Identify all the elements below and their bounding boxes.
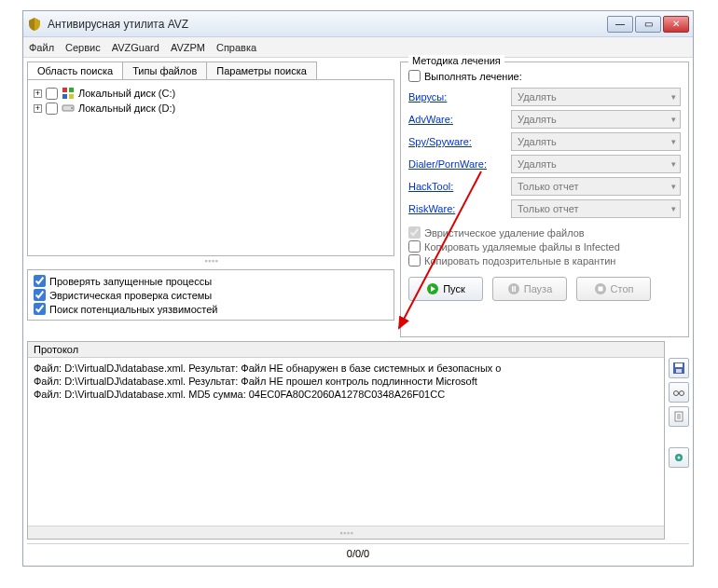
minimize-button[interactable]: — [607, 16, 633, 33]
tab-params[interactable]: Параметры поиска [206, 62, 317, 79]
page-icon [672, 410, 685, 423]
select-riskware[interactable]: Только отчет [511, 199, 681, 218]
svg-rect-3 [69, 94, 74, 99]
treat-dialer[interactable]: Dialer/PornWare: [408, 158, 505, 170]
svg-rect-14 [676, 369, 682, 373]
glasses-button[interactable] [669, 382, 689, 403]
menu-bar: Файл Сервис AVZGuard AVZPM Справка [23, 37, 693, 58]
check-enable-treatment[interactable]: Выполнять лечение: [408, 70, 681, 82]
pause-button[interactable]: Пауза [492, 277, 567, 301]
treat-riskware[interactable]: RiskWare: [408, 203, 505, 214]
select-hacktool[interactable]: Только отчет [511, 177, 681, 196]
gear-icon [672, 451, 685, 464]
check-copy-infected[interactable]: Копировать удаляемые файлы в Infected [408, 239, 681, 253]
protocol-log[interactable]: Файл: D:\VirtualDJ\database.xml. Результ… [28, 358, 664, 526]
treat-advware[interactable]: AdvWare: [408, 114, 505, 125]
glasses-icon [672, 386, 685, 399]
select-advware[interactable]: Удалять [511, 110, 681, 129]
select-spyware[interactable]: Удалять [511, 132, 681, 151]
treatment-legend: Методика лечения [408, 55, 504, 66]
maximize-button[interactable]: ▭ [635, 16, 661, 33]
tree-expand-icon[interactable]: + [34, 89, 42, 98]
clear-log-button[interactable] [669, 406, 689, 427]
check-heuristic[interactable]: Эвристическая проверка системы [34, 288, 388, 302]
svg-rect-9 [514, 286, 516, 292]
menu-service[interactable]: Сервис [65, 42, 101, 53]
drive-row: + Локальный диск (C:) [34, 86, 388, 101]
splitter[interactable]: ▪ ▪ ▪ ▪ [27, 256, 394, 266]
drive-checkbox[interactable] [46, 103, 58, 115]
treat-virus[interactable]: Вирусы: [408, 91, 505, 103]
stop-button[interactable]: Стоп [576, 277, 651, 301]
check-heur-delete[interactable]: Эвристическое удаление файлов [408, 226, 681, 239]
check-vuln[interactable]: Поиск потенциальных уязвимостей [34, 302, 388, 316]
svg-rect-2 [62, 94, 67, 99]
log-line: Файл: D:\VirtualDJ\database.xml. Результ… [34, 375, 658, 388]
log-line: Файл: D:\VirtualDJ\database.xml. MD5 сум… [34, 388, 658, 401]
hdd-icon [62, 102, 75, 115]
drive-row: + Локальный диск (D:) [34, 101, 388, 116]
drive-tree: + Локальный диск (C:) + Локальный диск (… [27, 79, 394, 256]
svg-rect-11 [598, 287, 602, 292]
treatment-group: Методика лечения Выполнять лечение: Виру… [400, 62, 689, 337]
check-processes[interactable]: Проверять запущенные процессы [34, 274, 388, 288]
select-virus[interactable]: Удалять [511, 88, 681, 106]
svg-rect-13 [675, 363, 683, 367]
app-icon [27, 17, 42, 32]
play-icon [426, 282, 439, 295]
svg-rect-0 [62, 88, 67, 92]
svg-point-7 [508, 283, 519, 294]
extra-button[interactable] [669, 447, 689, 468]
menu-help[interactable]: Справка [216, 42, 256, 53]
log-line: Файл: D:\VirtualDJ\database.xml. Результ… [34, 362, 658, 375]
check-copy-quarantine[interactable]: Копировать подозрительные в карантин [408, 253, 681, 267]
save-log-button[interactable] [669, 358, 689, 378]
pause-icon [507, 282, 520, 295]
menu-avzguard[interactable]: AVZGuard [112, 42, 159, 53]
menu-avzpm[interactable]: AVZPM [171, 42, 205, 53]
svg-rect-1 [69, 88, 74, 92]
window-title: Антивирусная утилита AVZ [48, 18, 607, 31]
status-counter: 0/0/0 [347, 548, 369, 559]
protocol-toolbar [669, 341, 689, 540]
drive-color-icon [62, 87, 75, 100]
tab-bar: Область поиска Типы файлов Параметры пои… [27, 62, 394, 79]
treat-spyware[interactable]: Spy/Spyware: [408, 136, 505, 147]
select-dialer[interactable]: Удалять [511, 155, 681, 173]
svg-point-19 [678, 457, 681, 459]
menu-file[interactable]: Файл [29, 42, 54, 53]
tab-types[interactable]: Типы файлов [122, 62, 207, 79]
close-button[interactable]: ✕ [663, 16, 689, 33]
tab-scope[interactable]: Область поиска [27, 62, 123, 79]
drive-label: Локальный диск (C:) [78, 88, 175, 99]
scan-options: Проверять запущенные процессы Эвристичес… [27, 269, 394, 321]
titlebar: Антивирусная утилита AVZ — ▭ ✕ [23, 11, 693, 37]
svg-point-5 [71, 107, 73, 109]
svg-point-15 [674, 391, 679, 396]
h-scrollbar[interactable]: ▪ ▪ ▪ ▪ [28, 526, 664, 539]
tree-expand-icon[interactable]: + [34, 104, 42, 113]
status-bar: 0/0/0 [27, 543, 689, 562]
floppy-icon [672, 362, 685, 375]
stop-icon [594, 282, 607, 295]
drive-label: Локальный диск (D:) [78, 103, 175, 114]
protocol-title: Протокол [28, 342, 664, 358]
protocol-panel: Протокол Файл: D:\VirtualDJ\database.xml… [27, 341, 665, 540]
start-button[interactable]: Пуск [408, 277, 483, 301]
treat-hacktool[interactable]: HackTool: [408, 181, 505, 192]
drive-checkbox[interactable] [46, 88, 58, 100]
svg-rect-8 [512, 286, 514, 292]
svg-point-16 [680, 391, 684, 396]
